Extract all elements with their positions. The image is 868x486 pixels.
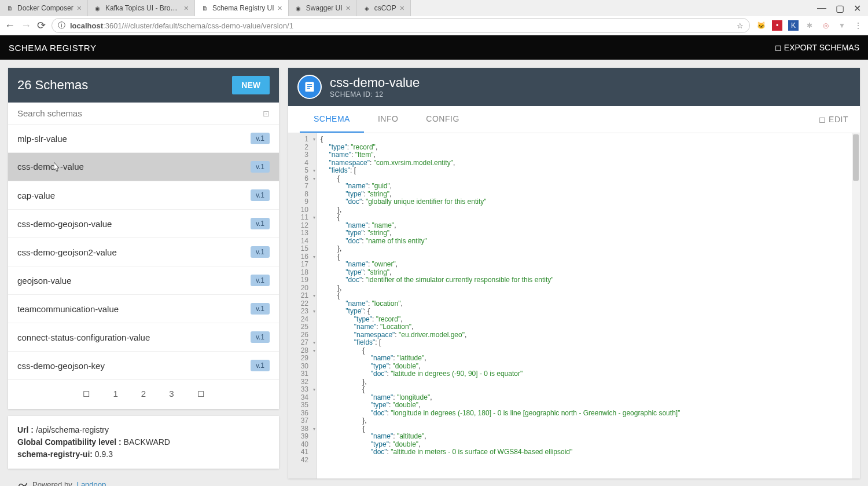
tab-close-icon[interactable]: × [345, 3, 350, 13]
main-layout: 26 Schemas NEW ⊡ mlp-slr-valuev.1css-dem… [0, 60, 868, 486]
tab-close-icon[interactable]: × [184, 3, 189, 13]
pagination: ◻ 1 2 3 ◻ [8, 380, 279, 409]
tab-favicon: 🗎 [6, 4, 14, 12]
code-content: { "type": "record", "name": "Item", "nam… [317, 133, 860, 478]
minimize-icon[interactable]: — [817, 3, 826, 13]
search-input[interactable] [17, 108, 263, 118]
version-badge: v.1 [251, 133, 270, 144]
schemas-panel-header: 26 Schemas NEW [8, 68, 279, 103]
maximize-icon[interactable]: ▢ [836, 3, 844, 14]
tab-config[interactable]: CONFIG [412, 106, 473, 133]
schemas-panel: 26 Schemas NEW ⊡ mlp-slr-valuev.1css-dem… [8, 68, 279, 409]
app-title: SCHEMA REGISTRY [9, 43, 96, 53]
schema-item-name: css-demo-geojson-key [17, 361, 105, 371]
back-icon[interactable]: ← [5, 20, 15, 32]
schema-item-name: teamcommunication-value [17, 304, 119, 314]
landoop-link[interactable]: Landoop [77, 480, 106, 486]
forward-icon[interactable]: → [21, 20, 31, 32]
tab-label: Docker Composer [17, 4, 73, 12]
info-panel: Url : /api/schema-registry Global Compat… [8, 416, 279, 469]
info-version-value: 0.9.3 [95, 450, 113, 459]
schema-item-name: mlp-slr-value [17, 134, 67, 144]
content-panel: css-demo-value SCHEMA ID: 12 SCHEMA INFO… [288, 68, 860, 478]
schema-list-item[interactable]: css-demo-valuev.1 [8, 153, 279, 181]
tab-favicon: ◈ [363, 4, 371, 12]
app-header: SCHEMA REGISTRY ◻ EXPORT SCHEMAS [0, 35, 868, 60]
sort-icon[interactable]: ⊡ [263, 109, 270, 118]
schema-list-item[interactable]: css-demo-geojson-keyv.1 [8, 352, 279, 380]
sidebar: 26 Schemas NEW ⊡ mlp-slr-valuev.1css-dem… [8, 68, 279, 478]
address-bar[interactable]: ⓘ localhost:3601/#/cluster/default/schem… [52, 18, 750, 33]
tab-favicon: ◉ [295, 4, 303, 12]
ext-icon-5[interactable]: ◎ [821, 20, 831, 31]
browser-tabs: 🗎Docker Composer×◉Kafka Topics UI - Brow… [0, 0, 868, 16]
info-url-value: /api/schema-registry [36, 425, 109, 434]
schema-list-item[interactable]: css-demo-geojson2-valuev.1 [8, 238, 279, 266]
info-url-label: Url : [17, 425, 34, 434]
schemas-count-title: 26 Schemas [17, 78, 88, 93]
browser-chrome: 🗎Docker Composer×◉Kafka Topics UI - Brow… [0, 0, 868, 35]
export-schemas-button[interactable]: ◻ EXPORT SCHEMAS [775, 43, 859, 52]
close-window-icon[interactable]: ✕ [854, 3, 861, 14]
ext-icon-1[interactable]: 🐱 [756, 20, 766, 31]
page-1[interactable]: 1 [113, 389, 117, 399]
version-badge: v.1 [251, 161, 270, 173]
tab-label: Schema Registry UI [212, 4, 274, 12]
window-controls: — ▢ ✕ [817, 3, 868, 14]
schema-item-name: css-demo-value [17, 162, 84, 173]
tab-close-icon[interactable]: × [77, 3, 82, 13]
info-icon: ⓘ [58, 20, 65, 31]
page-3[interactable]: 3 [169, 389, 174, 399]
tab-info[interactable]: INFO [364, 106, 412, 133]
browser-tab[interactable]: ◉Kafka Topics UI - Browse× [88, 0, 195, 16]
schema-item-name: geojson-value [17, 276, 71, 286]
version-badge: v.1 [251, 218, 270, 229]
ext-icon-3[interactable]: K [788, 20, 799, 31]
bookmark-icon[interactable]: ☆ [737, 21, 744, 30]
info-compat-value: BACKWARD [124, 437, 170, 447]
content-header: css-demo-value SCHEMA ID: 12 [288, 68, 860, 106]
ext-icon-6[interactable]: ▼ [837, 20, 847, 31]
tab-label: Swagger UI [306, 4, 343, 12]
code-editor[interactable]: 1234567891011121314151617181920212223242… [288, 133, 860, 478]
menu-icon[interactable]: ⋮ [853, 20, 863, 31]
schema-list-item[interactable]: geojson-valuev.1 [8, 266, 279, 295]
version-badge: v.1 [251, 189, 270, 201]
scroll-thumb[interactable] [853, 134, 859, 181]
tab-schema[interactable]: SCHEMA [300, 106, 364, 133]
schema-item-name: css-demo-geojson2-value [17, 247, 117, 257]
ext-icon-4[interactable]: ✱ [804, 20, 815, 31]
tab-label: Kafka Topics UI - Browse [105, 4, 181, 12]
page-prev-icon[interactable]: ◻ [83, 388, 90, 399]
schema-list-item[interactable]: teamcommunication-valuev.1 [8, 295, 279, 323]
ext-icon-2[interactable]: • [772, 20, 782, 31]
new-schema-button[interactable]: NEW [232, 76, 270, 94]
schema-list-item[interactable]: cap-valuev.1 [8, 181, 279, 210]
tab-close-icon[interactable]: × [278, 3, 282, 13]
browser-tab[interactable]: ◉Swagger UI× [289, 0, 357, 16]
browser-tab[interactable]: ◈csCOP× [357, 0, 411, 16]
reload-icon[interactable]: ⟳ [37, 19, 46, 32]
schema-item-name: css-demo-geojson-value [17, 219, 112, 229]
version-badge: v.1 [251, 246, 270, 258]
page-next-icon[interactable]: ◻ [197, 388, 204, 399]
page-2[interactable]: 2 [141, 389, 146, 399]
schema-list-item[interactable]: mlp-slr-valuev.1 [8, 125, 279, 153]
scrollbar[interactable] [852, 133, 860, 478]
browser-tab[interactable]: 🗎Docker Composer× [0, 0, 88, 16]
info-version-label: schema-registry-ui: [17, 450, 93, 459]
tab-label: csCOP [374, 4, 396, 12]
tab-close-icon[interactable]: × [400, 3, 404, 13]
schema-icon [297, 75, 322, 99]
line-gutter: 1234567891011121314151617181920212223242… [288, 133, 317, 478]
schema-list-item[interactable]: connect-status-configuration-valuev.1 [8, 323, 279, 352]
address-bar-row: ← → ⟳ ⓘ localhost:3601/#/cluster/default… [0, 16, 868, 35]
schema-list: mlp-slr-valuev.1css-demo-valuev.1cap-val… [8, 125, 279, 380]
schema-list-item[interactable]: css-demo-geojson-valuev.1 [8, 210, 279, 238]
schema-id-label: SCHEMA ID: 12 [330, 90, 420, 98]
edit-button[interactable]: ◻ EDIT [819, 115, 848, 124]
browser-tab[interactable]: 🗎Schema Registry UI× [195, 0, 289, 16]
powered-by: Powered by Landoop [8, 476, 279, 486]
powered-label: Powered by [32, 480, 72, 486]
info-compat-label: Global Compatibility level : [17, 437, 122, 447]
